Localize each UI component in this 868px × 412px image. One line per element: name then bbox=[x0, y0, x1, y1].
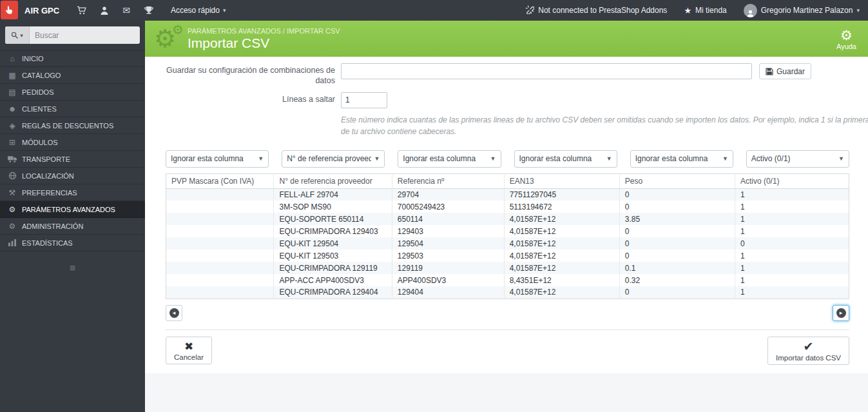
chevron-left-icon: ◂ bbox=[169, 308, 179, 318]
table-cell bbox=[166, 286, 274, 299]
trophy-icon[interactable] bbox=[137, 6, 160, 15]
prev-page-button[interactable]: ◂ bbox=[166, 305, 182, 321]
config-name-input[interactable] bbox=[341, 63, 752, 79]
import-panel: Guardar su configuración de combinacione… bbox=[145, 57, 868, 373]
column-type-select-1[interactable]: N° de referencia proveedo▼ bbox=[282, 150, 385, 168]
table-row: EQU-KIT 1295031295034,01587E+1201 bbox=[166, 250, 849, 262]
sidebar: ▾ ⌂INICIO▦CATÁLOGO▤PEDIDOS☻CLIENTES◈REGL… bbox=[0, 21, 145, 412]
chevron-down-icon: ▾ bbox=[223, 7, 226, 14]
save-config-button[interactable]: Guardar bbox=[759, 63, 811, 79]
table-cell: 1 bbox=[735, 274, 849, 286]
table-cell: 1 bbox=[735, 213, 849, 225]
action-bar: ✖ Cancelar ✔ Importar datos CSV bbox=[166, 329, 849, 373]
customers-quick-icon[interactable] bbox=[93, 6, 115, 15]
pagination: ◂ ▸ bbox=[166, 305, 849, 321]
cancel-label: Cancelar bbox=[174, 353, 204, 361]
sidebar-item-label: REGLAS DE DESCUENTOS bbox=[22, 122, 113, 130]
table-header-row: PVP Mascara (Con IVA)N° de referencia pr… bbox=[166, 173, 849, 188]
page-title: Importar CSV bbox=[188, 35, 340, 51]
hand-cursor-icon bbox=[1, 1, 18, 19]
orders-icon: ▤ bbox=[6, 88, 18, 97]
table-cell: 5113194672 bbox=[504, 201, 619, 213]
administration-icon: ⚙ bbox=[6, 222, 18, 231]
table-cell: 4,01587E+12 bbox=[504, 250, 619, 262]
table-cell bbox=[166, 188, 274, 201]
sidebar-item-reglas-de-descuentos[interactable]: ◈REGLAS DE DESCUENTOS bbox=[0, 117, 145, 134]
next-page-button[interactable]: ▸ bbox=[833, 305, 849, 321]
table-cell: APP400SDV3 bbox=[392, 274, 504, 286]
skip-lines-input[interactable] bbox=[341, 92, 387, 108]
sidebar-item-localizacion[interactable]: LOCALIZACIÓN bbox=[0, 168, 145, 184]
cancel-button[interactable]: ✖ Cancelar bbox=[166, 337, 212, 364]
csv-preview-table: PVP Mascara (Con IVA)N° de referencia pr… bbox=[166, 173, 849, 299]
sidebar-item-parametros-avanzados[interactable]: ⚙PARÁMETROS AVANZADOS bbox=[0, 201, 145, 218]
column-header: Peso bbox=[619, 173, 735, 188]
column-type-select-3[interactable]: Ignorar esta columna▼ bbox=[514, 150, 617, 168]
table-row: EQU-CRIMPADORA 1294031294034,01587E+1201 bbox=[166, 225, 849, 237]
table-cell: 1 bbox=[735, 250, 849, 262]
chevron-down-icon: ▼ bbox=[374, 155, 380, 162]
localization-icon bbox=[6, 172, 18, 180]
chevron-down-icon: ▼ bbox=[258, 155, 264, 162]
breadcrumb-current: IMPORTAR CSV bbox=[287, 27, 340, 35]
sidebar-item-label: CLIENTES bbox=[22, 105, 57, 113]
sidebar-item-inicio[interactable]: ⌂INICIO bbox=[0, 50, 145, 67]
page-header: ⚙⚙ PARÁMETROS AVANZADOS/IMPORTAR CSV Imp… bbox=[145, 21, 868, 57]
cart-icon[interactable] bbox=[70, 6, 93, 15]
table-cell: 4,01587E+12 bbox=[504, 286, 619, 299]
column-type-select-2[interactable]: Ignorar esta columna▼ bbox=[398, 150, 501, 168]
table-cell: 3M-SOP MS90 bbox=[274, 201, 392, 213]
sidebar-item-preferencias[interactable]: ⚒PREFERENCIAS bbox=[0, 184, 145, 201]
user-menu[interactable]: Gregorio Martinez Palazon ▾ bbox=[735, 4, 868, 17]
sidebar-item-label: LOCALIZACIÓN bbox=[22, 172, 74, 180]
sidebar-item-label: PEDIDOS bbox=[22, 88, 54, 96]
shop-name[interactable]: AIR GPC bbox=[21, 6, 70, 15]
table-row: APP-ACC APP400SDV3APP400SDV38,4351E+120.… bbox=[166, 274, 849, 286]
collapse-menu-button[interactable]: ≡ bbox=[62, 262, 84, 274]
preferences-icon: ⚒ bbox=[6, 188, 18, 197]
table-cell: 0 bbox=[735, 237, 849, 250]
avatar bbox=[744, 4, 757, 17]
sidebar-item-catalogo[interactable]: ▦CATÁLOGO bbox=[0, 67, 145, 84]
table-row: EQU-CRIMPADORA 1291191291194,01587E+120.… bbox=[166, 262, 849, 274]
import-csv-button[interactable]: ✔ Importar datos CSV bbox=[767, 337, 849, 365]
quick-access-menu[interactable]: Acceso rápido ▾ bbox=[171, 6, 226, 15]
sidebar-item-estadisticas[interactable]: ESTADÍSTICAS bbox=[0, 235, 145, 251]
sidebar-item-transporte[interactable]: TRANSPORTE bbox=[0, 151, 145, 168]
table-row: 3M-SOP MS9070005249423511319467201 bbox=[166, 201, 849, 213]
search-input[interactable] bbox=[30, 26, 140, 44]
column-header: Referencia nº bbox=[392, 173, 504, 188]
save-config-label: Guardar bbox=[776, 67, 805, 76]
sidebar-item-label: CATÁLOGO bbox=[22, 72, 61, 79]
close-icon: ✖ bbox=[184, 340, 193, 353]
column-type-select-0[interactable]: Ignorar esta columna▼ bbox=[166, 150, 269, 168]
prestashop-admin: AIR GPC ✉ Acceso rápido ▾ Not connected … bbox=[0, 0, 868, 412]
chevron-down-icon: ▼ bbox=[490, 155, 496, 162]
check-icon: ✔ bbox=[804, 340, 814, 353]
table-cell bbox=[166, 213, 274, 225]
table-cell: 0 bbox=[619, 250, 735, 262]
table-row: EQU-KIT 1295041295044,01587E+1200 bbox=[166, 237, 849, 250]
sidebar-item-pedidos[interactable]: ▤PEDIDOS bbox=[0, 84, 145, 101]
table-cell: EQU-CRIMPADORA 129403 bbox=[274, 225, 392, 237]
sidebar-item-administracion[interactable]: ⚙ADMINISTRACIÓN bbox=[0, 218, 145, 235]
sidebar-item-label: INICIO bbox=[22, 55, 44, 63]
table-cell bbox=[166, 250, 274, 262]
sidebar-item-modulos[interactable]: ⊞MÓDULOS bbox=[0, 134, 145, 151]
sidebar-item-clientes[interactable]: ☻CLIENTES bbox=[0, 101, 145, 117]
shipping-icon bbox=[6, 155, 18, 163]
my-shop-link[interactable]: ★ Mi tienda bbox=[675, 6, 735, 15]
column-type-select-4[interactable]: Ignorar esta columna▼ bbox=[630, 150, 733, 168]
search-type-dropdown[interactable]: ▾ bbox=[5, 26, 30, 44]
import-label: Importar datos CSV bbox=[776, 354, 841, 362]
my-shop-label: Mi tienda bbox=[695, 6, 727, 15]
table-cell: 0 bbox=[619, 286, 735, 299]
column-type-select-5[interactable]: Activo (0/1)▼ bbox=[746, 150, 849, 168]
help-button[interactable]: ⚙ Ayuda bbox=[836, 28, 858, 50]
table-cell: 4,01587E+12 bbox=[504, 262, 619, 274]
table-cell: 1 bbox=[735, 262, 849, 274]
addons-connection-status[interactable]: Not connected to PrestaShop Addons bbox=[517, 5, 675, 16]
table-cell: 8,4351E+12 bbox=[504, 274, 619, 286]
messages-icon[interactable]: ✉ bbox=[115, 5, 137, 15]
breadcrumb-parent[interactable]: PARÁMETROS AVANZADOS bbox=[188, 27, 281, 35]
